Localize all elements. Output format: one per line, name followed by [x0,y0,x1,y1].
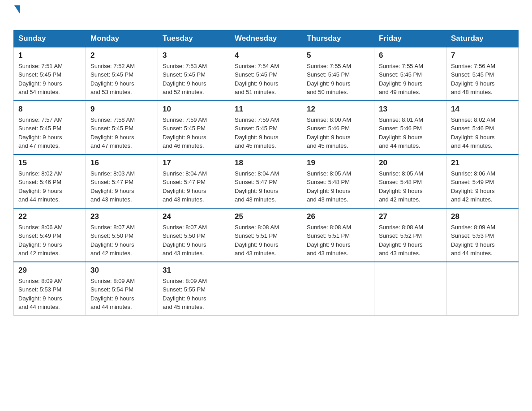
week-row-1: 1 Sunrise: 7:51 AM Sunset: 5:45 PM Dayli… [14,47,519,101]
header-row: SundayMondayTuesdayWednesdayThursdayFrid… [14,30,519,47]
calendar-cell: 23 Sunrise: 8:07 AM Sunset: 5:50 PM Dayl… [86,208,158,262]
day-number: 16 [90,158,153,167]
calendar-cell: 15 Sunrise: 8:02 AM Sunset: 5:46 PM Dayl… [14,154,86,208]
day-info: Sunrise: 8:07 AM Sunset: 5:50 PM Dayligh… [163,223,225,258]
calendar-cell: 18 Sunrise: 8:04 AM Sunset: 5:47 PM Dayl… [230,154,302,208]
day-info: Sunrise: 8:08 AM Sunset: 5:51 PM Dayligh… [307,223,369,258]
day-number: 3 [163,51,225,60]
logo-arrow-icon [14,5,20,21]
day-info: Sunrise: 8:09 AM Sunset: 5:53 PM Dayligh… [451,223,514,258]
day-number: 4 [235,51,297,60]
day-number: 7 [451,51,514,60]
calendar-cell: 22 Sunrise: 8:06 AM Sunset: 5:49 PM Dayl… [14,208,86,262]
calendar-cell: 31 Sunrise: 8:09 AM Sunset: 5:55 PM Dayl… [158,262,230,316]
day-info: Sunrise: 8:03 AM Sunset: 5:47 PM Dayligh… [90,169,153,204]
calendar-cell: 8 Sunrise: 7:57 AM Sunset: 5:45 PM Dayli… [14,101,86,154]
day-info: Sunrise: 8:00 AM Sunset: 5:46 PM Dayligh… [307,116,369,150]
day-number: 14 [451,105,514,114]
calendar-cell: 7 Sunrise: 7:56 AM Sunset: 5:45 PM Dayli… [446,47,519,101]
day-info: Sunrise: 8:05 AM Sunset: 5:48 PM Dayligh… [379,169,442,204]
header-day-thursday: Thursday [302,30,374,47]
day-info: Sunrise: 8:09 AM Sunset: 5:54 PM Dayligh… [90,277,153,312]
calendar-cell: 11 Sunrise: 7:59 AM Sunset: 5:45 PM Dayl… [230,101,302,154]
day-number: 28 [451,212,514,221]
day-number: 25 [235,212,297,221]
day-number: 11 [235,105,297,114]
calendar-cell [302,262,374,316]
day-info: Sunrise: 7:56 AM Sunset: 5:45 PM Dayligh… [451,62,514,97]
day-number: 21 [451,158,514,167]
day-number: 27 [379,212,442,221]
day-number: 18 [235,158,297,167]
calendar-cell: 21 Sunrise: 8:06 AM Sunset: 5:49 PM Dayl… [446,154,519,208]
calendar-cell: 27 Sunrise: 8:08 AM Sunset: 5:52 PM Dayl… [374,208,446,262]
day-info: Sunrise: 8:04 AM Sunset: 5:47 PM Dayligh… [163,169,225,204]
calendar-cell: 1 Sunrise: 7:51 AM Sunset: 5:45 PM Dayli… [14,47,86,101]
calendar-cell [374,262,446,316]
day-number: 22 [18,212,81,221]
calendar-cell [230,262,302,316]
day-info: Sunrise: 8:06 AM Sunset: 5:49 PM Dayligh… [18,223,81,258]
calendar-cell: 30 Sunrise: 8:09 AM Sunset: 5:54 PM Dayl… [86,262,158,316]
week-row-5: 29 Sunrise: 8:09 AM Sunset: 5:53 PM Dayl… [14,262,519,316]
day-info: Sunrise: 7:53 AM Sunset: 5:45 PM Dayligh… [163,62,225,97]
calendar-cell: 2 Sunrise: 7:52 AM Sunset: 5:45 PM Dayli… [86,47,158,101]
day-number: 13 [379,105,442,114]
day-info: Sunrise: 8:09 AM Sunset: 5:53 PM Dayligh… [18,277,81,312]
calendar-cell: 14 Sunrise: 8:02 AM Sunset: 5:46 PM Dayl… [446,101,519,154]
day-number: 23 [90,212,153,221]
header-day-wednesday: Wednesday [230,30,302,47]
day-info: Sunrise: 7:57 AM Sunset: 5:45 PM Dayligh… [18,116,81,150]
day-info: Sunrise: 8:02 AM Sunset: 5:46 PM Dayligh… [451,116,514,150]
calendar-cell: 19 Sunrise: 8:05 AM Sunset: 5:48 PM Dayl… [302,154,374,208]
calendar-cell: 6 Sunrise: 7:55 AM Sunset: 5:45 PM Dayli… [374,47,446,101]
calendar-cell [446,262,519,316]
day-number: 2 [90,51,153,60]
week-row-4: 22 Sunrise: 8:06 AM Sunset: 5:49 PM Dayl… [14,208,519,262]
day-info: Sunrise: 8:07 AM Sunset: 5:50 PM Dayligh… [90,223,153,258]
day-number: 15 [18,158,81,167]
day-number: 17 [163,158,225,167]
calendar-cell: 9 Sunrise: 7:58 AM Sunset: 5:45 PM Dayli… [86,101,158,154]
day-number: 26 [307,212,369,221]
day-number: 19 [307,158,369,167]
calendar-cell: 28 Sunrise: 8:09 AM Sunset: 5:53 PM Dayl… [446,208,519,262]
day-number: 30 [90,266,153,275]
day-info: Sunrise: 7:54 AM Sunset: 5:45 PM Dayligh… [235,62,297,97]
logo [13,9,20,23]
day-number: 9 [90,105,153,114]
header-day-monday: Monday [86,30,158,47]
calendar-cell: 26 Sunrise: 8:08 AM Sunset: 5:51 PM Dayl… [302,208,374,262]
calendar-cell: 29 Sunrise: 8:09 AM Sunset: 5:53 PM Dayl… [14,262,86,316]
day-number: 31 [163,266,225,275]
calendar-header: SundayMondayTuesdayWednesdayThursdayFrid… [14,30,519,47]
header-day-sunday: Sunday [14,30,86,47]
calendar-body: 1 Sunrise: 7:51 AM Sunset: 5:45 PM Dayli… [14,47,519,316]
week-row-3: 15 Sunrise: 8:02 AM Sunset: 5:46 PM Dayl… [14,154,519,208]
calendar-table: SundayMondayTuesdayWednesdayThursdayFrid… [13,30,519,316]
page-header [13,9,519,23]
day-number: 12 [307,105,369,114]
day-info: Sunrise: 8:08 AM Sunset: 5:52 PM Dayligh… [379,223,442,258]
day-info: Sunrise: 7:55 AM Sunset: 5:45 PM Dayligh… [379,62,442,97]
calendar-cell: 17 Sunrise: 8:04 AM Sunset: 5:47 PM Dayl… [158,154,230,208]
calendar-cell: 4 Sunrise: 7:54 AM Sunset: 5:45 PM Dayli… [230,47,302,101]
week-row-2: 8 Sunrise: 7:57 AM Sunset: 5:45 PM Dayli… [14,101,519,154]
calendar-cell: 25 Sunrise: 8:08 AM Sunset: 5:51 PM Dayl… [230,208,302,262]
day-number: 24 [163,212,225,221]
header-day-friday: Friday [374,30,446,47]
day-info: Sunrise: 8:05 AM Sunset: 5:48 PM Dayligh… [307,169,369,204]
calendar-cell: 13 Sunrise: 8:01 AM Sunset: 5:46 PM Dayl… [374,101,446,154]
header-day-tuesday: Tuesday [158,30,230,47]
day-number: 29 [18,266,81,275]
day-info: Sunrise: 8:08 AM Sunset: 5:51 PM Dayligh… [235,223,297,258]
calendar-cell: 20 Sunrise: 8:05 AM Sunset: 5:48 PM Dayl… [374,154,446,208]
day-info: Sunrise: 7:58 AM Sunset: 5:45 PM Dayligh… [90,116,153,150]
day-info: Sunrise: 8:04 AM Sunset: 5:47 PM Dayligh… [235,169,297,204]
day-number: 6 [379,51,442,60]
day-info: Sunrise: 7:51 AM Sunset: 5:45 PM Dayligh… [18,62,81,97]
calendar-cell: 5 Sunrise: 7:55 AM Sunset: 5:45 PM Dayli… [302,47,374,101]
calendar-cell: 3 Sunrise: 7:53 AM Sunset: 5:45 PM Dayli… [158,47,230,101]
day-info: Sunrise: 8:09 AM Sunset: 5:55 PM Dayligh… [163,277,225,312]
day-number: 20 [379,158,442,167]
